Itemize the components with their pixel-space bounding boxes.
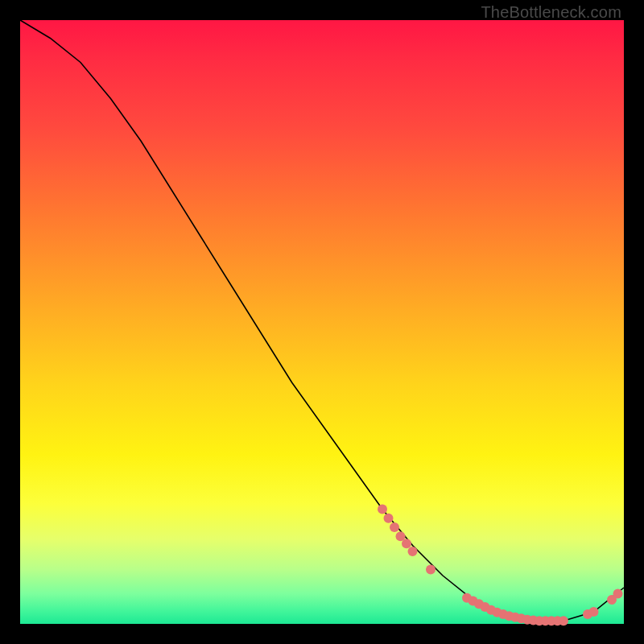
data-point xyxy=(384,514,394,523)
plot-area xyxy=(20,20,624,624)
data-point xyxy=(559,616,568,625)
watermark-text: TheBottleneck.com xyxy=(481,3,621,22)
data-points-group xyxy=(378,505,623,626)
chart-svg xyxy=(20,20,624,624)
data-point xyxy=(589,607,599,617)
data-point xyxy=(613,589,623,599)
data-point xyxy=(378,505,387,514)
data-point xyxy=(426,565,436,575)
chart-stage: TheBottleneck.com xyxy=(0,0,644,644)
bottleneck-curve xyxy=(20,20,624,621)
data-point xyxy=(408,547,418,556)
data-point xyxy=(402,539,411,548)
data-point xyxy=(390,522,399,532)
